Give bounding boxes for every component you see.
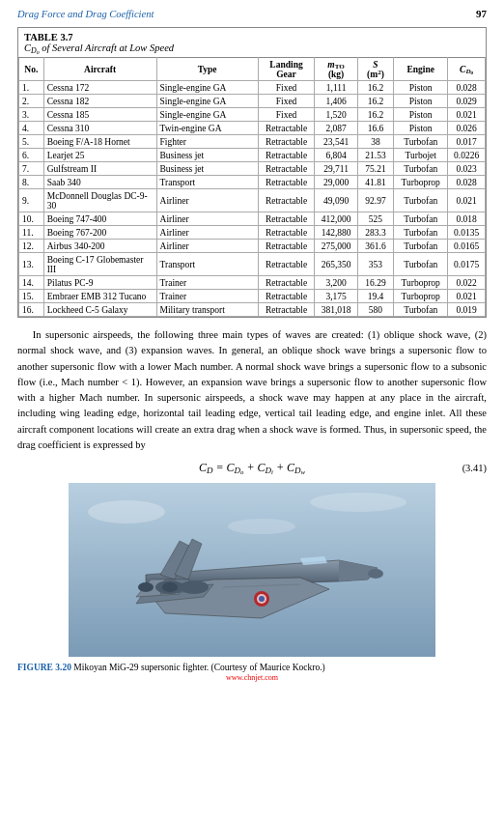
table-cell: 142,880 [315, 226, 357, 240]
table-cell: Turbofan [394, 189, 448, 212]
table-row: 4.Cessna 310Twin-engine GARetractable2,0… [19, 122, 486, 135]
table-title: TABLE 3.7 [18, 28, 486, 42]
table-cell: 29,711 [315, 162, 357, 176]
table-cell: Turbofan [394, 226, 448, 240]
svg-point-2 [310, 493, 406, 512]
svg-point-17 [162, 582, 178, 592]
table-cell: 9. [19, 189, 44, 212]
table-cell: 16.29 [357, 276, 393, 290]
table-cell: Embraer EMB 312 Tucano [43, 290, 156, 303]
table-cell: 3. [19, 108, 44, 122]
table-cell: Retractable [258, 303, 315, 317]
table-cell: 7. [19, 162, 44, 176]
table-row: 5.Boeing F/A-18 HornetFighterRetractable… [19, 135, 486, 149]
col-header-no: No. [19, 58, 44, 81]
col-header-landinggear: LandingGear [258, 58, 315, 81]
table-cell: 3,175 [315, 290, 357, 303]
table-cell: Saab 340 [43, 176, 156, 189]
table-cell: 16.2 [357, 108, 393, 122]
page-number: 97 [476, 8, 487, 19]
table-cell: 92.97 [357, 189, 393, 212]
table-cell: 381,018 [315, 303, 357, 317]
table-cell: 16.2 [357, 95, 393, 108]
table-cell: 0.0165 [448, 240, 486, 253]
figure-area: FIGURE 3.20 Mikoyan MiG-29 supersonic fi… [17, 483, 487, 682]
table-cell: 29,000 [315, 176, 357, 189]
table-cell: Single-engine GA [156, 81, 258, 95]
table-row: 16.Lockheed C-5 GalaxyMilitary transport… [19, 303, 486, 317]
equation: CD = CDo + CDi + CDw [199, 461, 305, 475]
table-cell: Transport [156, 176, 258, 189]
table-cell: Business jet [156, 162, 258, 176]
table-cell: 1,111 [315, 81, 357, 95]
svg-point-1 [88, 500, 165, 523]
table-cell: 6. [19, 149, 44, 162]
table-cell: Piston [394, 95, 448, 108]
page-header: Drag Force and Drag Coefficient 97 [0, 0, 504, 23]
table-cell: 265,350 [315, 253, 357, 276]
table-cell: Piston [394, 122, 448, 135]
table-cell: 0.019 [448, 303, 486, 317]
col-header-engine: Engine [394, 58, 448, 81]
table-cell: 38 [357, 135, 393, 149]
table-cell: 412,000 [315, 212, 357, 226]
table-cell: 0.023 [448, 162, 486, 176]
table-cell: 1,520 [315, 108, 357, 122]
table-subtitle: CDo of Several Aircraft at Low Speed [18, 42, 486, 57]
col-header-type: Type [156, 58, 258, 81]
table-cell: Pilatus PC-9 [43, 276, 156, 290]
svg-point-6 [368, 569, 383, 579]
table-cell: Airbus 340-200 [43, 240, 156, 253]
table-cell: Trainer [156, 276, 258, 290]
table-cell: Retractable [258, 253, 315, 276]
table-cell: 8. [19, 176, 44, 189]
table-cell: Transport [156, 253, 258, 276]
figure-label: FIGURE 3.20 [17, 663, 71, 672]
svg-point-15 [180, 580, 209, 594]
table-cell: Single-engine GA [156, 108, 258, 122]
table-cell: 2,087 [315, 122, 357, 135]
data-table: No. Aircraft Type LandingGear mTO(kg) S(… [18, 57, 486, 317]
watermark: www.chnjet.com [226, 673, 278, 682]
table-cell: Retractable [258, 240, 315, 253]
table-cell: 0.0226 [448, 149, 486, 162]
table-cell: Piston [394, 108, 448, 122]
table-cell: 353 [357, 253, 393, 276]
table-cell: 0.0175 [448, 253, 486, 276]
table-cell: Piston [394, 81, 448, 95]
table-cell: Turboprop [394, 276, 448, 290]
table-cell: 0.021 [448, 290, 486, 303]
table-cell: 49,090 [315, 189, 357, 212]
table-row: 9.McDonnell Douglas DC-9-30AirlinerRetra… [19, 189, 486, 212]
table-row: 15.Embraer EMB 312 TucanoTrainerRetracta… [19, 290, 486, 303]
table-cell: 361.6 [357, 240, 393, 253]
table-cell: 41.81 [357, 176, 393, 189]
svg-point-20 [259, 596, 265, 602]
table-cell: 580 [357, 303, 393, 317]
table-cell: Retractable [258, 189, 315, 212]
table-cell: Gulfstream II [43, 162, 156, 176]
col-header-aircraft: Aircraft [43, 58, 156, 81]
table-cell: 0.0135 [448, 226, 486, 240]
table-cell: Fixed [258, 108, 315, 122]
table-cell: 16. [19, 303, 44, 317]
table-cell: Retractable [258, 276, 315, 290]
table-cell: 2. [19, 95, 44, 108]
table-row: 13.Boeing C-17 Globemaster IIITransportR… [19, 253, 486, 276]
table-cell: Turbofan [394, 303, 448, 317]
table-cell: Airliner [156, 226, 258, 240]
table-cell: Turbofan [394, 240, 448, 253]
table-cell: Lockheed C-5 Galaxy [43, 303, 156, 317]
table-cell: Turbofan [394, 253, 448, 276]
table-cell: Boeing 747-400 [43, 212, 156, 226]
table-cell: Retractable [258, 176, 315, 189]
table-row: 12.Airbus 340-200AirlinerRetractable275,… [19, 240, 486, 253]
table-cell: 12. [19, 240, 44, 253]
table-cell: Cessna 185 [43, 108, 156, 122]
table-cell: Cessna 182 [43, 95, 156, 108]
table-cell: Retractable [258, 149, 315, 162]
table-cell: Single-engine GA [156, 95, 258, 108]
aircraft-image [69, 483, 435, 657]
header-title: Drag Force and Drag Coefficient [17, 9, 154, 19]
table-cell: 15. [19, 290, 44, 303]
